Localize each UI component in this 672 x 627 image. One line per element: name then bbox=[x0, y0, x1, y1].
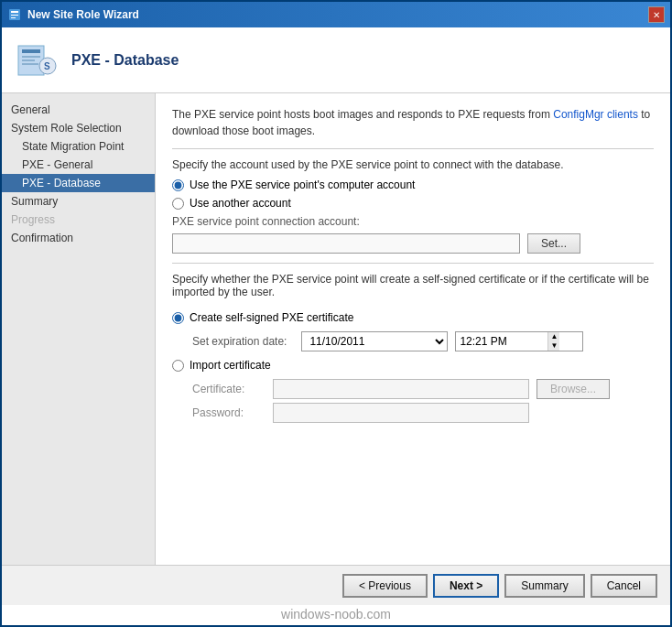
svg-rect-5 bbox=[22, 49, 40, 53]
certificate-section: Create self-signed PXE certificate Set e… bbox=[172, 311, 654, 423]
radio-another-account-label: Use another account bbox=[190, 197, 291, 210]
title-bar-left: New Site Role Wizard bbox=[7, 7, 139, 22]
time-spin-up[interactable]: ▲ bbox=[548, 332, 559, 341]
radio-another-account[interactable] bbox=[172, 198, 184, 210]
password-row: Password: bbox=[192, 403, 654, 423]
sidebar-item-pxe-database[interactable]: PXE - Database bbox=[2, 174, 155, 192]
radio-self-signed-row: Create self-signed PXE certificate bbox=[172, 311, 654, 324]
connection-account-label: PXE service point connection account: bbox=[172, 215, 392, 228]
sidebar-item-state-migration-point[interactable]: State Migration Point bbox=[2, 137, 155, 156]
description-text: The PXE service point hosts boot images … bbox=[172, 106, 654, 139]
divider-1 bbox=[172, 148, 654, 149]
next-button[interactable]: Next > bbox=[433, 574, 499, 598]
summary-button[interactable]: Summary bbox=[504, 574, 584, 598]
footer: < Previous Next > Summary Cancel bbox=[2, 565, 670, 605]
radio-self-signed-label: Create self-signed PXE certificate bbox=[190, 311, 353, 324]
date-select-wrapper: 11/10/2011 bbox=[301, 331, 448, 351]
certificate-input[interactable] bbox=[273, 379, 529, 399]
password-input[interactable] bbox=[273, 403, 529, 423]
divider-2 bbox=[172, 263, 654, 264]
import-section: Certificate: Browse... Password: bbox=[172, 379, 654, 423]
radio-another-account-row: Use another account bbox=[172, 197, 654, 210]
connection-account-input[interactable] bbox=[172, 233, 520, 254]
radio-import-row: Import certificate bbox=[172, 359, 654, 372]
svg-rect-8 bbox=[22, 63, 38, 65]
radio-computer-account[interactable] bbox=[172, 179, 184, 191]
header-wizard-icon: S bbox=[15, 38, 59, 82]
sidebar-item-progress: Progress bbox=[2, 211, 155, 229]
password-label: Password: bbox=[192, 406, 266, 419]
connection-account-row: PXE service point connection account: bbox=[172, 215, 654, 228]
certificate-label: Certificate: bbox=[192, 383, 266, 395]
title-bar: New Site Role Wizard ✕ bbox=[2, 2, 670, 27]
time-wrapper[interactable]: ▲ ▼ bbox=[455, 331, 583, 351]
window-title: New Site Role Wizard bbox=[27, 8, 139, 21]
radio-import-cert[interactable] bbox=[172, 360, 184, 372]
svg-rect-6 bbox=[22, 56, 40, 58]
time-spinner: ▲ ▼ bbox=[547, 332, 559, 351]
time-spin-down[interactable]: ▼ bbox=[548, 341, 559, 351]
radio-computer-account-row: Use the PXE service point's computer acc… bbox=[172, 178, 654, 191]
sidebar-item-system-role-selection[interactable]: System Role Selection bbox=[2, 119, 155, 137]
header-area: S PXE - Database bbox=[2, 27, 670, 93]
specify-account-label: Specify the account used by the PXE serv… bbox=[172, 158, 654, 171]
body-area: General System Role Selection State Migr… bbox=[2, 93, 670, 565]
svg-rect-2 bbox=[11, 15, 18, 16]
sidebar-item-summary[interactable]: Summary bbox=[2, 192, 155, 211]
expiration-time-input[interactable] bbox=[456, 333, 547, 350]
configmgr-link[interactable]: ConfigMgr clients bbox=[553, 108, 638, 121]
main-content: The PXE service point hosts boot images … bbox=[156, 93, 670, 565]
radio-computer-account-label: Use the PXE service point's computer acc… bbox=[190, 178, 415, 191]
cert-description: Specify whether the PXE service point wi… bbox=[172, 273, 654, 298]
cancel-button[interactable]: Cancel bbox=[591, 574, 657, 598]
connection-account-input-row: Set... bbox=[172, 233, 654, 254]
expiration-date-select[interactable]: 11/10/2011 bbox=[301, 331, 448, 351]
browse-button[interactable]: Browse... bbox=[537, 379, 610, 399]
header-title: PXE - Database bbox=[71, 52, 179, 69]
expiration-row: Set expiration date: 11/10/2011 ▲ ▼ bbox=[192, 331, 654, 351]
sidebar-item-confirmation[interactable]: Confirmation bbox=[2, 229, 155, 247]
radio-import-label: Import certificate bbox=[190, 359, 271, 372]
svg-rect-7 bbox=[22, 59, 35, 61]
sidebar: General System Role Selection State Migr… bbox=[2, 93, 156, 565]
app-icon bbox=[7, 7, 22, 22]
sidebar-item-pxe-general[interactable]: PXE - General bbox=[2, 156, 155, 174]
close-button[interactable]: ✕ bbox=[648, 6, 665, 23]
previous-button[interactable]: < Previous bbox=[342, 574, 428, 598]
sidebar-item-general[interactable]: General bbox=[2, 101, 155, 119]
radio-self-signed[interactable] bbox=[172, 312, 184, 324]
main-window: New Site Role Wizard ✕ S PXE - Database … bbox=[0, 0, 672, 627]
set-button[interactable]: Set... bbox=[527, 233, 580, 254]
svg-rect-3 bbox=[11, 17, 16, 18]
svg-text:S: S bbox=[44, 61, 50, 71]
svg-rect-1 bbox=[11, 11, 18, 13]
watermark: windows-noob.com bbox=[2, 605, 670, 625]
expiration-label: Set expiration date: bbox=[192, 335, 287, 348]
certificate-row: Certificate: Browse... bbox=[192, 379, 654, 399]
